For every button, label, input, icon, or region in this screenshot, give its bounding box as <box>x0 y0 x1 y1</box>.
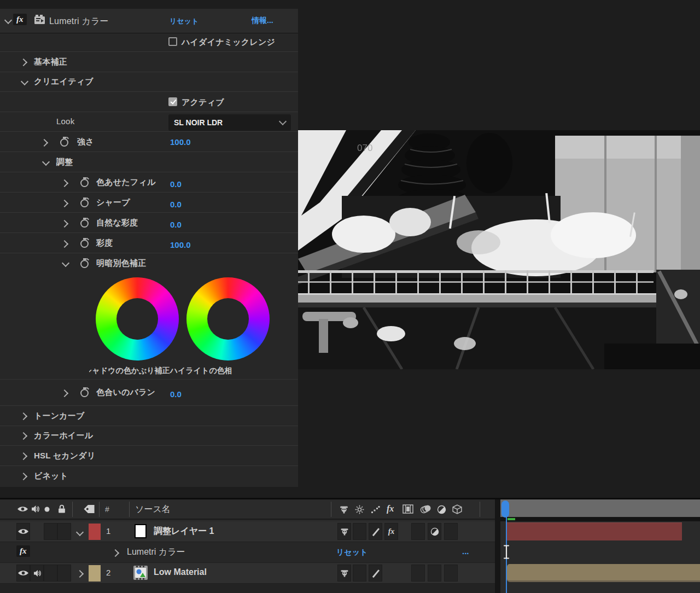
layer1-shy-toggle[interactable] <box>337 523 351 540</box>
chevron-down-icon[interactable] <box>21 78 28 85</box>
time-ruler[interactable] <box>500 499 700 517</box>
layer1-collapse-cell[interactable] <box>353 523 366 540</box>
faded-film-value[interactable]: 0.0 <box>170 179 182 189</box>
layer2-duration-bar[interactable] <box>507 564 700 582</box>
layer1-thumbnail[interactable] <box>135 524 147 538</box>
chevron-right-icon[interactable] <box>20 59 27 66</box>
layer1-lock-cell[interactable] <box>57 523 71 540</box>
effects-column-icon[interactable]: fx <box>387 504 394 514</box>
speaker-icon[interactable] <box>31 505 39 513</box>
section-hsl-secondary[interactable]: HSL セカンダリ <box>0 445 298 466</box>
layer2-collapse-cell[interactable] <box>353 565 366 582</box>
effect-title[interactable]: Lumetri カラー <box>49 16 109 27</box>
layer2-shy-toggle[interactable] <box>337 565 351 582</box>
layer1-3d-cell[interactable] <box>444 523 458 540</box>
frame-blend-icon[interactable] <box>402 504 413 514</box>
layer2-adjustment-cell[interactable] <box>428 565 441 582</box>
effect-row-lumetri[interactable]: fx Lumetri カラー リセット ... <box>0 542 495 563</box>
adjustment-layer-icon[interactable] <box>437 505 446 514</box>
chevron-down-icon[interactable] <box>42 158 50 166</box>
layer2-quality-toggle[interactable] <box>369 565 382 582</box>
balance-value[interactable]: 0.0 <box>170 389 182 399</box>
layer1-name[interactable]: 調整レイヤー 1 <box>154 526 214 537</box>
layer1-adjustment-toggle[interactable] <box>428 523 441 540</box>
section-vignette[interactable]: ビネット <box>0 466 298 486</box>
highlight-color-wheel[interactable] <box>186 277 270 361</box>
chevron-right-icon[interactable] <box>20 432 27 440</box>
layer1-fx-toggle[interactable]: fx <box>384 523 398 540</box>
layer2-name[interactable]: Low Material <box>154 567 207 577</box>
shadow-color-wheel[interactable] <box>96 277 179 361</box>
intensity-value[interactable]: 100.0 <box>170 137 191 147</box>
layer1-expand-chevron[interactable] <box>76 528 84 536</box>
chevron-right-icon[interactable] <box>61 220 68 228</box>
layer1-video-toggle[interactable] <box>16 523 30 540</box>
stopwatch-icon[interactable] <box>60 138 68 147</box>
cti-playhead-handle[interactable] <box>501 501 509 518</box>
timeline-pane-divider[interactable] <box>495 499 500 593</box>
section-creative[interactable]: クリエイティブ <box>0 72 298 91</box>
layer2-3d-cell[interactable] <box>444 565 458 582</box>
split-tone-row[interactable]: 明暗別色補正 <box>0 253 298 273</box>
lock-icon[interactable] <box>58 504 66 513</box>
effect-row-reset-button[interactable]: リセット <box>336 548 368 557</box>
stopwatch-icon[interactable] <box>80 199 89 207</box>
layer2-thumbnail[interactable] <box>133 566 148 580</box>
layer2-lock-cell[interactable] <box>57 565 71 582</box>
cube-3d-icon[interactable] <box>452 504 462 514</box>
chevron-right-icon[interactable] <box>40 139 48 147</box>
active-checkbox[interactable] <box>168 97 177 106</box>
section-tone-curve[interactable]: トーンカーブ <box>0 405 298 426</box>
sharpen-value[interactable]: 0.0 <box>170 200 182 209</box>
vibrance-value[interactable]: 0.0 <box>170 220 182 229</box>
chevron-right-icon[interactable] <box>61 389 68 397</box>
chevron-right-icon[interactable] <box>61 240 68 248</box>
quality-icon[interactable] <box>371 505 380 514</box>
stopwatch-icon[interactable] <box>80 219 89 228</box>
layer2-audio-toggle[interactable] <box>30 565 44 582</box>
layer2-solo-cell[interactable] <box>44 565 57 582</box>
effect-row-more-button[interactable]: ... <box>462 547 469 556</box>
solo-icon[interactable] <box>44 507 50 512</box>
chevron-down-icon[interactable] <box>62 259 69 267</box>
stopwatch-icon[interactable] <box>80 240 89 248</box>
layer2-color-swatch[interactable] <box>89 565 101 582</box>
section-basic-correction[interactable]: 基本補正 <box>0 51 298 72</box>
hdr-checkbox[interactable] <box>168 37 177 46</box>
chevron-right-icon[interactable] <box>61 200 68 207</box>
layer1-duration-bar[interactable] <box>507 522 682 540</box>
layer1-solo-cell[interactable] <box>44 523 57 540</box>
chevron-right-icon[interactable] <box>20 412 27 420</box>
effect-info-button[interactable]: 情報... <box>252 16 273 26</box>
look-dropdown[interactable]: SL NOIR LDR <box>168 114 291 131</box>
adjust-row[interactable]: 調整 <box>0 152 298 172</box>
layer1-motionblur-cell[interactable] <box>411 523 425 540</box>
chevron-right-icon[interactable] <box>61 179 68 187</box>
layer2-motionblur-cell[interactable] <box>411 565 425 582</box>
effect-row-name[interactable]: Lumetri カラー <box>127 547 185 558</box>
layer1-quality-toggle[interactable] <box>369 523 382 540</box>
effect-reset-button[interactable]: リセット <box>170 16 199 26</box>
layer2-expand-chevron[interactable] <box>76 570 84 578</box>
chevron-right-icon[interactable] <box>20 452 27 460</box>
layer-row-1[interactable]: 1 調整レイヤー 1 fx <box>0 521 495 542</box>
video-frame[interactable]: 070 <box>298 130 700 369</box>
source-name-column-header[interactable]: ソース名 <box>135 504 171 515</box>
section-color-wheels[interactable]: カラーホイール <box>0 426 298 445</box>
stopwatch-icon[interactable] <box>80 179 89 187</box>
shy-icon[interactable] <box>339 505 349 514</box>
saturation-value[interactable]: 100.0 <box>170 240 191 249</box>
effect-expand-chevron[interactable] <box>112 549 119 557</box>
collapse-transformations-icon[interactable] <box>355 505 364 514</box>
fx-badge[interactable]: fx <box>13 14 27 25</box>
layer-row-2[interactable]: 2 Low Material <box>0 563 495 584</box>
eye-icon[interactable] <box>17 505 28 513</box>
stopwatch-icon[interactable] <box>80 389 89 397</box>
motion-blur-icon[interactable] <box>420 504 431 514</box>
label-tag-icon[interactable] <box>83 504 95 514</box>
stopwatch-icon[interactable] <box>80 260 89 268</box>
chevron-right-icon[interactable] <box>20 473 27 480</box>
index-column-header[interactable]: # <box>105 505 109 514</box>
effect-collapse-chevron-icon[interactable] <box>4 16 12 24</box>
layer2-video-toggle[interactable] <box>16 565 30 582</box>
